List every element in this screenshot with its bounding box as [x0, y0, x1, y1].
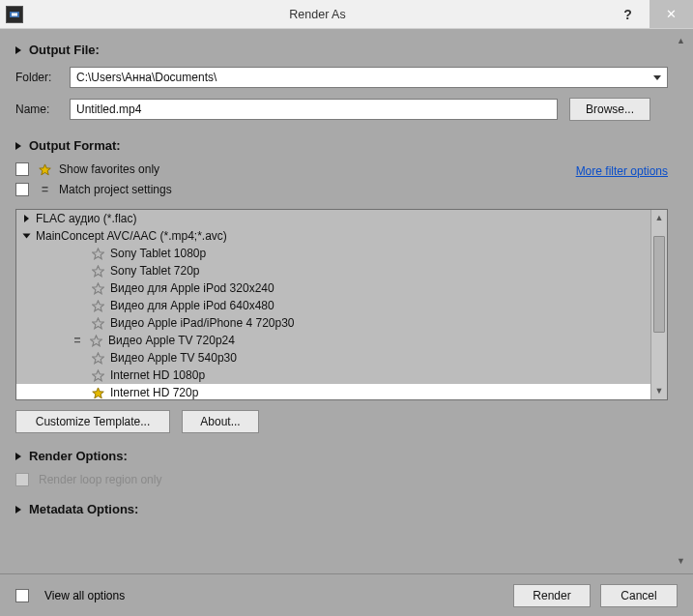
loop-region-checkbox	[15, 473, 29, 486]
list-item-label: Internet HD 1080p	[110, 368, 205, 382]
section-title: Output File:	[29, 43, 100, 57]
expander-icon	[15, 453, 21, 460]
chevron-down-icon[interactable]: ▼	[651, 383, 667, 399]
section-render-options[interactable]: Render Options:	[15, 449, 668, 463]
svg-marker-3	[93, 248, 104, 258]
list-item-label: Видео Apple iPad/iPhone 4 720p30	[110, 316, 295, 330]
tree-node-label: FLAC аудио (*.flac)	[36, 212, 137, 225]
svg-marker-10	[93, 369, 104, 380]
loop-region-label: Render loop region only	[39, 473, 161, 486]
app-icon	[6, 6, 23, 23]
list-item[interactable]: Internet HD 1080p	[16, 367, 650, 384]
expander-icon	[15, 46, 21, 54]
list-scroll-thumb[interactable]	[653, 236, 665, 333]
match-project-checkbox[interactable]	[15, 183, 29, 196]
svg-marker-6	[93, 300, 104, 310]
show-favorites-label: Show favorites only	[59, 162, 159, 176]
expander-icon	[15, 142, 21, 150]
titlebar: Render As ? ✕	[0, 0, 693, 29]
section-title: Render Options:	[29, 449, 128, 463]
star-icon[interactable]	[92, 265, 104, 278]
list-scrollbar[interactable]: ▲ ▼	[650, 210, 667, 399]
customize-template-button[interactable]: Customize Template...	[15, 410, 170, 433]
list-item[interactable]: Sony Tablet 1080p	[16, 245, 650, 262]
format-list: FLAC аудио (*.flac) MainConcept AVC/AAC …	[15, 209, 668, 400]
list-scroll-track[interactable]	[651, 226, 667, 383]
list-item-label: Видео для Apple iPod 640x480	[110, 299, 274, 312]
list-item[interactable]: = Видео Apple TV 720p24	[16, 332, 650, 349]
star-icon[interactable]	[92, 300, 104, 312]
star-icon[interactable]	[92, 387, 104, 399]
section-output-file[interactable]: Output File:	[15, 43, 668, 57]
view-all-label: View all options	[44, 589, 125, 602]
match-icon: =	[39, 185, 51, 194]
help-button[interactable]: ?	[606, 0, 650, 28]
star-icon[interactable]	[92, 282, 104, 295]
match-icon: =	[71, 334, 84, 347]
more-filter-link[interactable]: More filter options	[576, 164, 668, 203]
chevron-down-icon[interactable]: ▼	[673, 553, 689, 570]
star-icon	[39, 163, 51, 176]
name-label: Name:	[15, 103, 70, 116]
svg-marker-7	[93, 317, 104, 328]
format-list-content[interactable]: FLAC аудио (*.flac) MainConcept AVC/AAC …	[16, 210, 650, 399]
list-item[interactable]: Sony Tablet 720p	[16, 262, 650, 279]
list-item[interactable]: Видео Apple iPad/iPhone 4 720p30	[16, 314, 650, 332]
list-item-label: Видео для Apple iPod 320x240	[110, 281, 274, 295]
star-icon[interactable]	[92, 369, 104, 382]
expander-icon	[23, 234, 31, 239]
window-scrollbar[interactable]: ▲ ▼	[673, 33, 689, 570]
list-item-label: Sony Tablet 1080p	[110, 247, 206, 260]
view-all-checkbox[interactable]	[15, 589, 29, 602]
list-item-label: Sony Tablet 720p	[110, 264, 200, 278]
tree-node-flac[interactable]: FLAC аудио (*.flac)	[16, 210, 650, 227]
star-icon[interactable]	[92, 317, 104, 330]
star-icon[interactable]	[90, 335, 102, 347]
chevron-up-icon[interactable]: ▲	[651, 210, 667, 226]
expander-icon	[15, 506, 21, 513]
list-item[interactable]: Видео Apple TV 540p30	[16, 349, 650, 367]
section-title: Output Format:	[29, 138, 121, 153]
list-item-label: Видео Apple TV 720p24	[108, 334, 235, 347]
svg-marker-5	[93, 282, 104, 293]
chevron-up-icon[interactable]: ▲	[673, 33, 689, 49]
folder-select[interactable]: C:\Users\Анна\Documents\	[70, 67, 668, 88]
browse-button[interactable]: Browse...	[569, 98, 650, 121]
render-button[interactable]: Render	[513, 584, 591, 607]
folder-label: Folder:	[15, 71, 70, 84]
name-input[interactable]: Untitled.mp4	[70, 99, 558, 120]
show-favorites-checkbox[interactable]	[15, 162, 29, 176]
match-project-label: Match project settings	[59, 183, 172, 196]
svg-marker-2	[40, 163, 51, 174]
about-button[interactable]: About...	[182, 410, 259, 433]
list-item-selected[interactable]: Internet HD 720p	[16, 384, 650, 399]
tree-node-avc[interactable]: MainConcept AVC/AAC (*.mp4;*.avc)	[16, 227, 650, 245]
tree-node-label: MainConcept AVC/AAC (*.mp4;*.avc)	[36, 229, 227, 243]
section-title: Metadata Options:	[29, 502, 138, 516]
list-item-label: Видео Apple TV 540p30	[110, 351, 237, 365]
svg-marker-8	[91, 335, 102, 345]
cancel-button[interactable]: Cancel	[600, 584, 678, 607]
list-item[interactable]: Видео для Apple iPod 640x480	[16, 297, 650, 314]
window-title: Render As	[29, 8, 606, 21]
svg-rect-1	[12, 13, 17, 15]
dialog-footer: View all options Render Cancel	[0, 573, 693, 616]
section-output-format[interactable]: Output Format:	[15, 138, 668, 153]
list-item[interactable]: Видео для Apple iPod 320x240	[16, 279, 650, 297]
section-metadata-options[interactable]: Metadata Options:	[15, 502, 668, 516]
star-icon[interactable]	[92, 248, 104, 260]
svg-marker-4	[93, 265, 104, 276]
svg-marker-9	[93, 352, 104, 363]
close-button[interactable]: ✕	[650, 0, 693, 28]
list-item-label: Internet HD 720p	[110, 386, 198, 399]
dialog-body: ▲ ▼ Output File: Folder: C:\Users\Анна\D…	[0, 29, 693, 573]
star-icon[interactable]	[92, 352, 104, 365]
svg-marker-11	[93, 387, 104, 397]
expander-icon	[24, 215, 29, 222]
